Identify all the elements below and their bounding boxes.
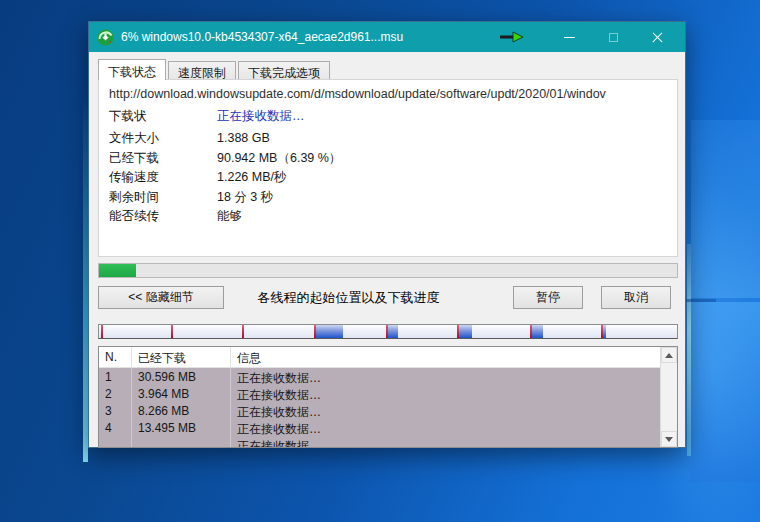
thread-start-marker	[530, 325, 532, 338]
field-value: 1.388 GB	[217, 130, 270, 146]
field-transfer-rate: 传输速度 1.226 MB/秒	[109, 169, 667, 185]
field-label: 下载状	[109, 108, 217, 124]
hide-details-button[interactable]: << 隐藏细节	[98, 286, 224, 309]
vertical-scrollbar[interactable]	[660, 347, 677, 447]
maximize-icon	[609, 33, 618, 42]
field-label: 传输速度	[109, 169, 217, 185]
table-row[interactable]: 2 3.964 MB 正在接收数据…	[99, 385, 660, 402]
thread-start-marker	[101, 325, 103, 338]
overall-progress-bar	[98, 263, 678, 278]
field-label: 已经下载	[109, 150, 217, 166]
threads-caption: 各线程的起始位置以及下载进度	[224, 289, 513, 307]
header-n[interactable]: N.	[99, 347, 132, 367]
thread-downloaded-blob	[316, 325, 344, 338]
field-file-size: 文件大小 1.388 GB	[109, 130, 667, 146]
thread-start-marker	[386, 325, 388, 338]
thread-downloaded-blob	[531, 325, 543, 338]
table-body: 1 30.596 MB 正在接收数据… 2 3.964 MB 正在接收数据… 3…	[99, 368, 660, 447]
thread-downloaded-blob	[603, 325, 606, 338]
table-row[interactable]: 4 13.495 MB 正在接收数据…	[99, 419, 660, 436]
chevron-up-icon	[665, 353, 673, 358]
thread-downloaded-blob	[459, 325, 472, 338]
thread-downloaded-blob	[387, 325, 397, 338]
maximize-button[interactable]	[591, 22, 635, 52]
scheduler-arrow-icon[interactable]	[499, 31, 525, 43]
table-row[interactable]: 正在接收数据…	[99, 436, 660, 447]
field-label: 文件大小	[109, 130, 217, 146]
minimize-icon	[564, 37, 575, 38]
cell-downloaded: 30.596 MB	[132, 368, 231, 385]
minimize-button[interactable]	[547, 22, 591, 52]
table-row[interactable]: 1 30.596 MB 正在接收数据…	[99, 368, 660, 385]
field-download-state: 下载状 正在接收数据…	[109, 108, 667, 124]
thread-start-marker	[171, 325, 173, 338]
field-resume-capability: 能否续传 能够	[109, 208, 667, 224]
tab-on-complete-options[interactable]: 下载完成选项	[238, 61, 330, 80]
titlebar[interactable]: 6% windows10.0-kb4534307-x64_aecae2d961.…	[89, 22, 685, 52]
cell-n: 2	[99, 385, 132, 402]
thread-progress-bar	[98, 324, 678, 339]
cell-n: 3	[99, 402, 132, 419]
field-value: 18 分 3 秒	[217, 189, 273, 205]
cell-n: 4	[99, 419, 132, 436]
thread-start-marker	[457, 325, 459, 338]
field-value: 正在接收数据…	[217, 108, 305, 124]
scroll-down-button[interactable]	[661, 431, 677, 447]
close-button[interactable]	[635, 22, 679, 52]
action-row: << 隐藏细节 各线程的起始位置以及下载进度 暂停 取消	[98, 286, 678, 309]
field-downloaded: 已经下载 90.942 MB（6.39 %）	[109, 150, 667, 166]
field-time-left: 剩余时间 18 分 3 秒	[109, 189, 667, 205]
field-value: 能够	[217, 208, 242, 224]
scroll-up-button[interactable]	[661, 347, 677, 363]
header-info[interactable]: 信息	[231, 347, 660, 367]
table-header: N. 已经下载 信息	[99, 347, 660, 368]
pause-button[interactable]: 暂停	[513, 286, 583, 309]
cell-n: 1	[99, 368, 132, 385]
tab-download-status[interactable]: 下载状态	[98, 59, 166, 80]
cell-info: 正在接收数据…	[231, 385, 660, 402]
cell-info: 正在接收数据…	[231, 402, 660, 419]
threads-table: N. 已经下载 信息 1 30.596 MB 正在接收数据… 2 3.964 M…	[98, 346, 678, 448]
field-value: 90.942 MB（6.39 %）	[217, 150, 341, 166]
cancel-button[interactable]: 取消	[601, 286, 671, 309]
table-row[interactable]: 3 8.266 MB 正在接收数据…	[99, 402, 660, 419]
wallpaper-window-pane	[691, 120, 760, 298]
field-label: 能否续传	[109, 208, 217, 224]
close-icon	[652, 32, 663, 43]
cell-info: 正在接收数据…	[231, 368, 660, 385]
wallpaper-pane-edge	[687, 244, 691, 456]
wallpaper-window-pane	[691, 302, 760, 482]
thread-start-marker	[314, 325, 316, 338]
idm-download-window: 6% windows10.0-kb4534307-x64_aecae2d961.…	[88, 21, 686, 448]
cell-info: 正在接收数据…	[231, 419, 660, 436]
field-label: 剩余时间	[109, 189, 217, 205]
field-value: 1.226 MB/秒	[217, 169, 286, 185]
download-status-panel: http://download.windowsupdate.com/d/msdo…	[98, 79, 678, 257]
header-downloaded[interactable]: 已经下载	[132, 347, 231, 367]
cell-downloaded: 3.964 MB	[132, 385, 231, 402]
idm-logo-icon	[97, 29, 114, 46]
tab-speed-limit[interactable]: 速度限制	[168, 61, 236, 80]
cell-n	[99, 436, 132, 447]
cell-downloaded: 8.266 MB	[132, 402, 231, 419]
window-title: 6% windows10.0-kb4534307-x64_aecae2d961.…	[121, 30, 499, 44]
download-url: http://download.windowsupdate.com/d/msdo…	[109, 87, 667, 101]
tab-bar: 下载状态 速度限制 下载完成选项	[98, 59, 332, 80]
thread-start-marker	[601, 325, 603, 338]
wallpaper-pane-seam	[686, 299, 716, 302]
cell-downloaded: 13.495 MB	[132, 419, 231, 436]
cell-info: 正在接收数据…	[231, 436, 660, 447]
thread-start-marker	[242, 325, 244, 338]
progress-fill	[99, 264, 136, 277]
chevron-down-icon	[665, 437, 673, 442]
cell-downloaded	[132, 436, 231, 447]
